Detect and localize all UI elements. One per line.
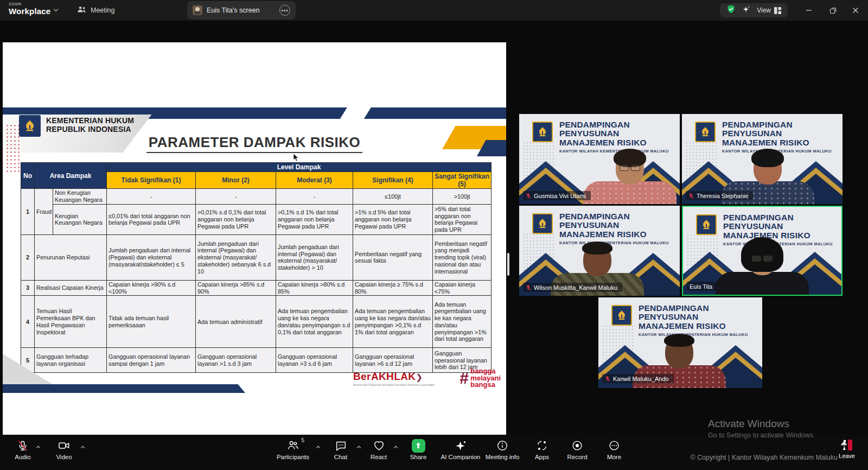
cell-no: 4: [21, 296, 35, 348]
col-header-level: Level Dampak: [107, 163, 492, 172]
video-tile-euis-active-speaker[interactable]: PENDAMPINGAN PENYUSUNAN MANAJEMEN RISIKO…: [682, 206, 843, 296]
bangga-melayani-bangsa-logo: # bangga melayani bangsa: [459, 368, 501, 389]
participant-name-tag: Theresia Stephanie: [686, 191, 753, 200]
chat-icon: [335, 439, 347, 452]
cell: Ada temuan pengembalian uang ke kas nega…: [353, 296, 433, 348]
share-screen-icon: [412, 439, 425, 453]
video-options-chevron[interactable]: [80, 441, 85, 451]
cell: Capaian kinerja <75%: [433, 280, 492, 295]
chat-label: Chat: [334, 454, 347, 460]
participants-button[interactable]: 5 Participants: [268, 439, 318, 460]
cell: Gangguan operasional layanan >1 s.d 3 ja…: [196, 348, 276, 373]
cell-area: Fraud: [35, 189, 53, 234]
cell: ≤100jt: [353, 189, 433, 204]
view-button[interactable]: View: [757, 7, 781, 14]
more-button[interactable]: More: [589, 439, 639, 460]
level-header: Sangat Signifikan (5): [433, 172, 492, 189]
participants-label: Participants: [277, 454, 309, 460]
mic-off-icon: [688, 193, 694, 199]
scrollbar-thumb[interactable]: [507, 253, 509, 276]
cell: Capaian kinerja >90% s.d <100%: [107, 280, 196, 295]
cell: Tidak ada temuan hasil pemeriksaaan: [107, 296, 196, 348]
cell: Gangguan operasional layanan sampai deng…: [107, 348, 196, 373]
participant-name: Wilson Muskitta_Kanwil Maluku: [534, 284, 617, 291]
bg-line1: PENDAMPINGAN PENYUSUNAN: [559, 212, 680, 230]
tab-more-icon[interactable]: •••: [279, 5, 290, 16]
person-body: [716, 272, 809, 295]
cell-subarea: Non Kerugian Keuangan Negara: [53, 189, 107, 204]
meeting-info-label: Meeting info: [486, 454, 520, 460]
apps-icon: [536, 439, 548, 452]
glasses: [620, 165, 640, 170]
tab-shared-screen[interactable]: Euis Tita's screen •••: [187, 1, 296, 20]
ai-sparkle-icon: [455, 439, 467, 452]
leave-button[interactable]: Leave: [839, 438, 855, 459]
table-row: 4 Temuan Hasil Pemeriksaan BPK dan Hasil…: [21, 296, 492, 348]
presentation-slide: KEMENTERIAN HUKUM REPUBLIK INDONESIA PAR…: [3, 107, 506, 393]
hashtag-icon: #: [459, 372, 469, 385]
video-tile-ando[interactable]: PENDAMPINGAN PENYUSUNAN MANAJEMEN RISIKO…: [598, 297, 762, 388]
bg-line1: PENDAMPINGAN PENYUSUNAN: [723, 213, 841, 231]
view-grid-icon: [774, 7, 781, 14]
view-label: View: [757, 7, 771, 14]
window-close-button[interactable]: [846, 0, 865, 21]
kemenkumham-logo: [532, 213, 553, 234]
shared-screen: KEMENTERIAN HUKUM REPUBLIK INDONESIA PAR…: [3, 42, 506, 455]
cell: Capaian kinerja >85% s.d 90%: [196, 280, 276, 295]
video-tile-wilson[interactable]: PENDAMPINGAN PENYUSUNAN MANAJEMEN RISIKO…: [519, 206, 680, 296]
ministry-name: KEMENTERIAN HUKUM REPUBLIK INDONESIA: [46, 117, 134, 134]
tab-meeting[interactable]: Meeting: [77, 0, 114, 21]
workspace-chevron-down-icon[interactable]: [53, 7, 59, 13]
window-restore-button[interactable]: [824, 0, 842, 21]
person-head: [583, 244, 611, 276]
cell: Jumlah pengaduan dari internal (Pegawai)…: [107, 234, 196, 280]
cell-area: Penurunan Reputasi: [35, 234, 107, 280]
bg-line1: PENDAMPINGAN PENYUSUNAN: [722, 120, 843, 138]
cell: >5% dari total anggaran non belanja Pega…: [433, 204, 492, 234]
berakhlak-tagline: Berorientasi Pelayanan Akuntabel Kompete…: [353, 383, 435, 386]
cell: >100jt: [433, 189, 492, 204]
more-ellipsis-icon: [608, 439, 620, 452]
leave-door-icon: [840, 438, 854, 452]
berakhlak-arrow-icon: ❯: [416, 372, 423, 382]
meeting-people-icon: [77, 6, 86, 15]
participant-name-tag: Gusmisa Vivi Utami: [523, 191, 591, 200]
cell-no: 2: [21, 234, 35, 280]
level-header: Tidak Signifikan (1): [107, 172, 196, 189]
tab-meeting-label: Meeting: [91, 7, 114, 14]
share-label: Share: [410, 454, 427, 460]
glasses: [752, 256, 773, 261]
video-tile-theresia[interactable]: PENDAMPINGAN PENYUSUNAN MANAJEMEN RISIKO…: [682, 114, 843, 204]
kemenkumham-logo: [19, 115, 41, 137]
cell: Gangguan operasional layanan >6 s.d 12 j…: [353, 348, 433, 373]
berakhlak-logo: BerAKHLAK❯ Berorientasi Pelayanan Akunta…: [353, 371, 435, 386]
ministry-line2: REPUBLIK INDONESIA: [46, 125, 134, 134]
cell: Pemberitaan negatif yang sesuai fakta: [353, 234, 433, 280]
risk-parameter-table: No Area Dampak Level Dampak Tidak Signif…: [21, 162, 492, 373]
table-row: 3 Realisasi Capaian Kinerja Capaian kine…: [21, 280, 492, 295]
cell: Pemberitaan negatif yang menjadi trendin…: [433, 234, 492, 280]
cell: -: [196, 189, 276, 204]
ai-sparkle-icon[interactable]: [742, 5, 750, 16]
participants-count-badge: 5: [301, 437, 304, 443]
cell: >0,01% s.d 0,1% dari total anggaran non …: [196, 204, 276, 234]
cell-no: 1: [21, 189, 35, 234]
screen-share-thumbnail-icon: [193, 5, 202, 15]
level-header: Minor (2): [196, 172, 276, 189]
cell-area: Realisasi Capaian Kinerja: [35, 280, 107, 295]
window-minimize-button[interactable]: [800, 0, 818, 21]
slide-footer-band: [3, 384, 245, 393]
level-header: Moderat (3): [276, 172, 353, 189]
bg-line1: PENDAMPINGAN PENYUSUNAN: [559, 120, 680, 138]
titlebar-right-group: View: [720, 3, 788, 17]
cell: >0,1% s.d 1% dari total anggaran non bel…: [276, 204, 353, 234]
cell: Ada temuan pengembalian uang ke kas nega…: [276, 296, 353, 348]
security-shield-icon[interactable]: [726, 4, 736, 16]
video-tile-gusmisa[interactable]: PENDAMPINGAN PENYUSUNAN MANAJEMEN RISIKO…: [519, 114, 680, 204]
record-label: Record: [567, 454, 587, 460]
activate-line1: Activate Windows: [708, 418, 815, 430]
participants-icon: 5: [286, 439, 299, 452]
kemenkumham-logo: [611, 305, 632, 326]
record-icon: [571, 439, 583, 452]
zoom-workplace-logo: zoom Workplace: [9, 2, 50, 15]
